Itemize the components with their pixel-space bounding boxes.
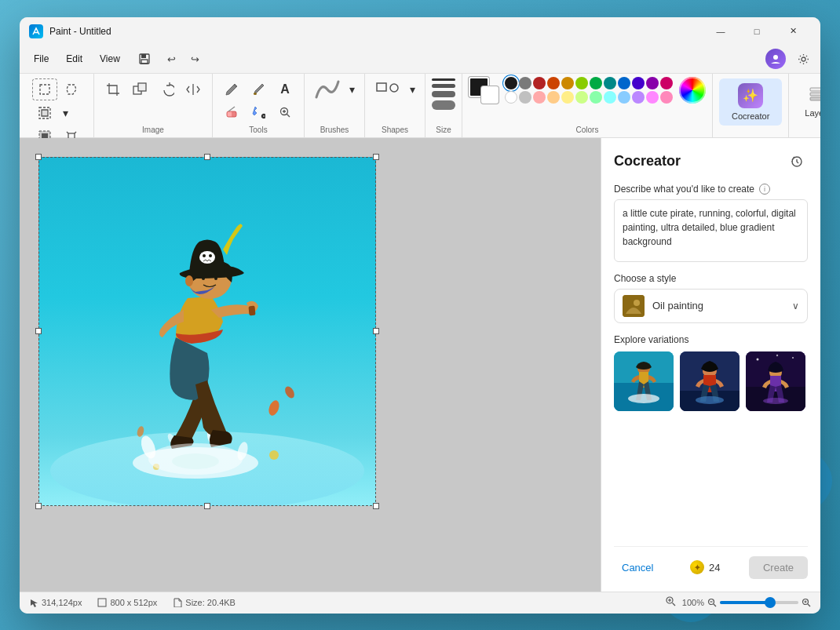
color-violet[interactable] (646, 77, 659, 89)
svg-point-44 (202, 277, 205, 280)
color-darkred[interactable] (533, 77, 546, 89)
brush-tool[interactable] (246, 78, 271, 100)
dimensions-icon (97, 598, 107, 607)
menu-view[interactable]: View (92, 50, 128, 67)
pencil-tool[interactable] (219, 78, 244, 100)
undo-button[interactable]: ↩ (161, 48, 183, 70)
user-avatar[interactable] (765, 49, 786, 69)
svg-point-41 (199, 251, 215, 264)
shapes-down-arrow[interactable]: ▾ (406, 78, 418, 100)
svg-point-74 (763, 398, 788, 404)
maximize-button[interactable]: □ (739, 17, 775, 46)
color-lightgreen[interactable] (590, 91, 602, 104)
zoom-in-icon[interactable] (802, 598, 811, 607)
color-palette (505, 77, 673, 104)
canvas-image[interactable] (38, 157, 376, 506)
color-lime[interactable] (575, 77, 588, 89)
info-icon[interactable]: i (759, 184, 770, 195)
svg-rect-39 (248, 305, 255, 315)
color-black[interactable] (505, 77, 517, 89)
background-color[interactable] (481, 86, 499, 104)
svg-rect-10 (141, 60, 148, 64)
color-wheel-button[interactable] (679, 77, 706, 104)
history-button[interactable] (786, 151, 808, 173)
zoom-context-button[interactable] (665, 595, 676, 610)
color-orchid[interactable] (646, 91, 659, 104)
flip-tool[interactable] (181, 78, 206, 100)
canvas-container (38, 157, 376, 506)
layers-ribbon-button[interactable]: Layers (795, 78, 820, 122)
layers-ribbon-group: Layers (788, 74, 820, 137)
variation-2[interactable] (680, 351, 740, 411)
variation-3[interactable] (746, 351, 805, 411)
color-lightcyan[interactable] (604, 91, 616, 104)
color-silver[interactable] (519, 91, 531, 104)
color-purple[interactable] (632, 77, 645, 89)
variations-grid (614, 351, 808, 411)
color-teal[interactable] (604, 77, 616, 89)
color-peach[interactable] (547, 91, 560, 104)
style-name: Oil painting (652, 300, 792, 311)
fill-tool[interactable] (246, 101, 271, 123)
color-lightlime[interactable] (575, 91, 588, 104)
color-gray[interactable] (519, 77, 531, 89)
tools-group: A (212, 74, 304, 137)
size-xlarge[interactable] (432, 100, 455, 110)
svg-line-24 (287, 114, 290, 117)
close-button[interactable]: ✕ (775, 17, 811, 46)
brush-stroke-tool[interactable] (311, 78, 344, 100)
freeform-select-tool[interactable] (59, 78, 84, 100)
menu-file[interactable]: File (26, 50, 57, 67)
save-button[interactable] (133, 48, 156, 70)
canvas-area[interactable] (20, 138, 601, 592)
color-lightyellow[interactable] (561, 91, 574, 104)
eraser-tool[interactable] (219, 101, 244, 123)
prompt-textarea[interactable]: a little cute pirate, running, colorful,… (614, 199, 808, 262)
crop-tool[interactable] (100, 78, 126, 100)
brush-down-arrow[interactable]: ▾ (345, 78, 358, 100)
color-darkyellow[interactable] (561, 77, 574, 89)
color-row-2 (505, 91, 673, 104)
redo-button[interactable]: ↪ (184, 48, 206, 70)
color-lavender[interactable] (632, 91, 645, 104)
zoom-slider[interactable]: 100% (682, 598, 811, 607)
svg-point-20 (254, 93, 257, 95)
colors-label: Colors (576, 126, 599, 134)
minimize-button[interactable]: — (703, 17, 739, 46)
variation-1[interactable] (614, 351, 674, 411)
size-large[interactable] (432, 91, 455, 97)
zoom-tool[interactable] (272, 101, 298, 123)
shapes-group: ▾ Shapes (364, 74, 425, 137)
color-pink[interactable] (660, 77, 673, 89)
panel-footer: Cancel ✦ 24 Create (614, 546, 808, 579)
select-all-tool[interactable] (32, 102, 57, 124)
settings-button[interactable] (792, 48, 814, 70)
color-white[interactable] (505, 91, 517, 104)
size-medium[interactable] (432, 84, 455, 88)
color-lightblue[interactable] (618, 91, 630, 104)
color-lightred[interactable] (533, 91, 546, 104)
color-blue[interactable] (618, 77, 630, 89)
color-green[interactable] (590, 77, 602, 89)
menu-edit[interactable]: Edit (58, 50, 90, 67)
zoom-thumb[interactable] (765, 597, 776, 608)
style-dropdown[interactable]: Oil painting ∨ (614, 289, 808, 323)
select-down-arrow[interactable]: ▾ (59, 102, 71, 124)
color-darkorange[interactable] (547, 77, 560, 89)
zoom-out-icon[interactable] (707, 598, 717, 607)
shapes-selector[interactable] (371, 78, 404, 100)
svg-rect-29 (810, 97, 820, 100)
zoom-track[interactable] (720, 601, 798, 604)
color-rose[interactable] (660, 91, 673, 104)
text-tool[interactable]: A (272, 78, 298, 100)
rectangle-select-tool[interactable] (32, 78, 57, 100)
rotate-tool[interactable] (154, 78, 179, 100)
svg-rect-19 (138, 83, 146, 91)
size-small[interactable] (432, 78, 455, 81)
cocreator-ribbon-button[interactable]: ✨ Cocreator (719, 78, 782, 126)
create-button[interactable]: Create (749, 556, 808, 579)
cancel-button[interactable]: Cancel (614, 557, 661, 578)
svg-point-45 (214, 277, 217, 280)
style-thumbnail (623, 295, 645, 317)
resize-tool[interactable] (127, 78, 152, 100)
